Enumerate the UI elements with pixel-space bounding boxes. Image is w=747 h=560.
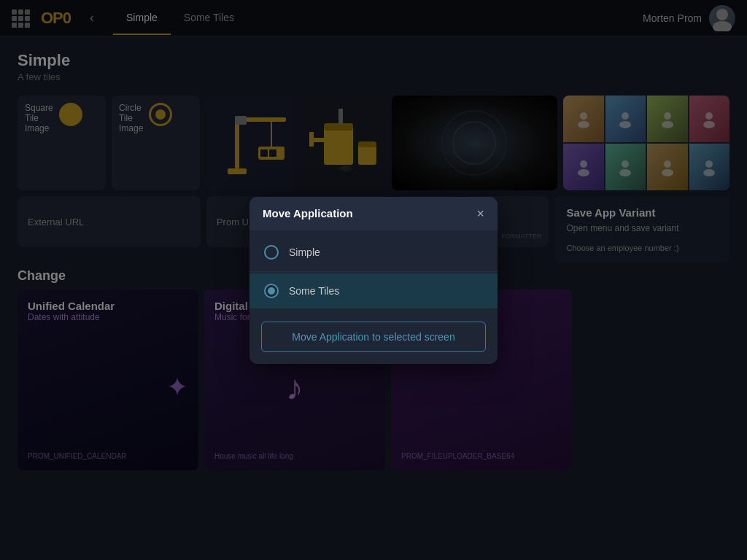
move-application-modal: Move Application × Simple Some Tiles Mov… bbox=[249, 197, 498, 364]
radio-divider bbox=[249, 271, 498, 272]
radio-option-simple[interactable]: Simple bbox=[249, 235, 498, 270]
modal-header: Move Application × bbox=[249, 197, 498, 230]
radio-label-simple: Simple bbox=[289, 246, 320, 258]
move-application-button[interactable]: Move Application to selected screen bbox=[261, 322, 486, 352]
modal-footer: Move Application to selected screen bbox=[249, 313, 498, 364]
radio-btn-some-tiles bbox=[264, 284, 279, 298]
radio-option-some-tiles[interactable]: Some Tiles bbox=[249, 273, 498, 308]
radio-label-some-tiles: Some Tiles bbox=[289, 285, 339, 297]
modal-title: Move Application bbox=[263, 207, 353, 219]
modal-close-button[interactable]: × bbox=[476, 207, 484, 220]
radio-btn-simple bbox=[264, 245, 279, 260]
modal-overlay[interactable]: Move Application × Simple Some Tiles Mov… bbox=[0, 0, 747, 560]
modal-body: Simple Some Tiles bbox=[249, 230, 498, 313]
